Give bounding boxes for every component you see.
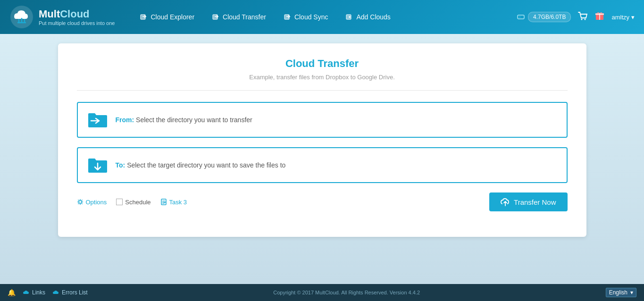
divider (77, 90, 568, 91)
svg-point-8 (585, 18, 586, 20)
left-actions: Options Schedule Task 3 (77, 199, 187, 206)
logo-icon (9, 5, 34, 29)
nav-cloud-explorer[interactable]: Cloud Explorer (134, 10, 201, 24)
from-box[interactable]: From: Select the directory you want to t… (77, 102, 568, 138)
links-item[interactable]: Links (23, 289, 45, 296)
cart-icon[interactable] (577, 11, 588, 24)
cloud-explorer-icon (140, 13, 148, 21)
card-subtitle: Example, transfer files from Dropbox to … (77, 74, 568, 81)
cloud-sync-icon (284, 13, 292, 21)
transfer-now-button[interactable]: Transfer Now (489, 192, 567, 211)
header: MultCloud Put multiple cloud drives into… (0, 0, 644, 34)
schedule-button[interactable]: Schedule (116, 199, 151, 206)
actions-row: Options Schedule Task 3 (77, 192, 568, 211)
user-menu[interactable]: amltzy ▾ (611, 14, 635, 21)
nav-add-clouds[interactable]: Add Clouds (339, 10, 397, 24)
footer: 🔔 Links Errors List Copyright © 2017 Mul… (0, 284, 644, 301)
footer-copyright: Copyright © 2017 MultCloud. All Rights R… (273, 290, 420, 295)
gear-icon (77, 199, 84, 205)
header-right: 4.7GB/6.0TB amltzy ▾ (517, 11, 635, 24)
to-folder-icon (87, 157, 108, 174)
task-button[interactable]: Task 3 (160, 199, 187, 206)
to-box[interactable]: To: Select the target directory you want… (77, 147, 568, 183)
main-content: Cloud Transfer Example, transfer files f… (0, 34, 644, 284)
svg-point-13 (79, 201, 82, 203)
card-title: Cloud Transfer (77, 58, 568, 70)
language-selector[interactable]: English ▾ (606, 288, 636, 297)
storage-icon (517, 13, 525, 21)
cloud-transfer-icon (212, 13, 220, 21)
transfer-card: Cloud Transfer Example, transfer files f… (58, 43, 586, 237)
storage-label: 4.7GB/6.0TB (528, 12, 571, 22)
footer-left: 🔔 Links Errors List (8, 289, 88, 296)
footer-right: English ▾ (606, 288, 636, 297)
cloud-upload-icon (501, 197, 510, 207)
add-clouds-icon (346, 13, 353, 21)
storage-info: 4.7GB/6.0TB (517, 12, 571, 22)
svg-point-7 (581, 18, 583, 20)
cloud-small-icon (23, 289, 30, 296)
gift-icon[interactable] (594, 11, 605, 24)
logo-tagline: Put multiple cloud drives into one (39, 20, 115, 26)
logo-text: MultCloud Put multiple cloud drives into… (39, 8, 115, 26)
nav-cloud-transfer[interactable]: Cloud Transfer (206, 10, 273, 24)
to-label: To: Select the target directory you want… (116, 161, 286, 169)
checkbox-icon (116, 199, 123, 205)
logo-area: MultCloud Put multiple cloud drives into… (9, 5, 115, 29)
chevron-down-icon: ▾ (630, 289, 633, 296)
chevron-down-icon: ▾ (631, 14, 635, 21)
bell-icon: 🔔 (8, 289, 16, 296)
options-button[interactable]: Options (77, 199, 107, 206)
from-label: From: Select the directory you want to t… (116, 116, 252, 124)
from-folder-icon (87, 111, 108, 128)
errors-item[interactable]: Errors List (53, 289, 88, 296)
cloud-error-icon (53, 289, 59, 296)
nav-cloud-sync[interactable]: Cloud Sync (277, 10, 335, 24)
logo-name: MultCloud (39, 8, 115, 20)
svg-rect-6 (519, 16, 521, 18)
task-icon (160, 199, 167, 205)
nav-items: Cloud Explorer Cloud Transfer Cloud Sync… (134, 10, 517, 24)
bell-item[interactable]: 🔔 (8, 289, 16, 296)
